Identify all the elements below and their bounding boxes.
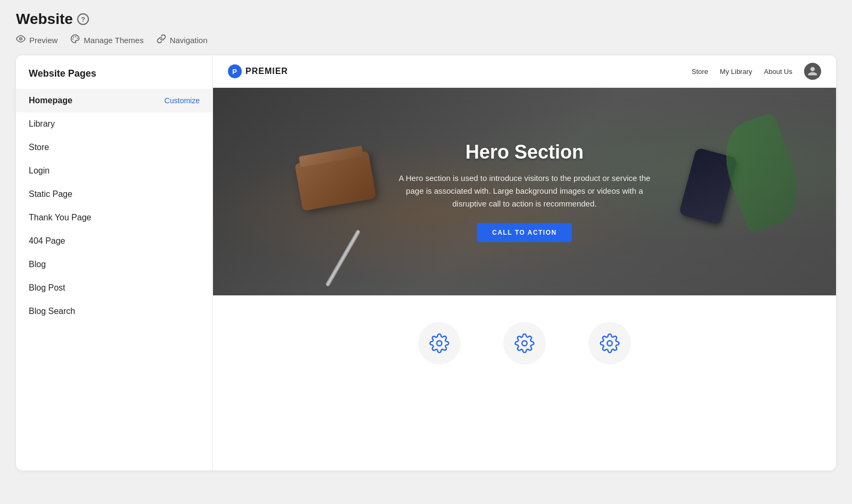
page-header: Website ? Preview Manage Themes (16, 11, 836, 46)
svg-point-0 (20, 38, 22, 40)
svg-point-3 (73, 37, 74, 37)
site-header: P PREMIER Store My Library About Us (213, 55, 836, 88)
link-icon (157, 34, 166, 46)
customize-link[interactable]: Customize (165, 96, 200, 105)
logo-text: PREMIER (245, 67, 288, 76)
sidebar-item-homepage[interactable]: Homepage Customize (16, 89, 212, 112)
logo-icon: P (228, 64, 242, 78)
avatar[interactable] (804, 63, 821, 80)
nav-about-us[interactable]: About Us (764, 68, 792, 76)
site-nav: Store My Library About Us (692, 63, 821, 80)
svg-point-7 (607, 341, 612, 346)
help-icon[interactable]: ? (77, 13, 89, 25)
sidebar-item-login[interactable]: Login (16, 159, 212, 183)
hero-section: Hero Section A Hero section is used to i… (213, 88, 836, 295)
blog-post-label: Blog Post (29, 283, 65, 293)
sidebar-item-thank-you[interactable]: Thank You Page (16, 206, 212, 229)
hero-content: Hero Section A Hero section is used to i… (386, 141, 663, 242)
svg-point-5 (437, 341, 442, 346)
svg-point-4 (73, 39, 73, 39)
gear-circle-3[interactable] (588, 322, 631, 365)
gear-icon-3 (600, 333, 620, 353)
svg-point-1 (76, 37, 76, 37)
svg-point-2 (77, 38, 78, 39)
sidebar-item-blog-post[interactable]: Blog Post (16, 276, 212, 300)
sidebar-item-static-page[interactable]: Static Page (16, 183, 212, 206)
gear-icon-1 (429, 333, 449, 353)
page-list: Homepage Customize Library Store Login S… (16, 89, 212, 323)
eye-icon (16, 34, 26, 46)
404-label: 404 Page (29, 236, 65, 246)
gear-circle-1[interactable] (418, 322, 461, 365)
store-label: Store (29, 143, 49, 152)
page-title: Website (16, 11, 73, 28)
login-label: Login (29, 166, 50, 176)
tab-preview-label: Preview (29, 36, 58, 45)
blog-label: Blog (29, 260, 46, 269)
tab-preview[interactable]: Preview (16, 34, 58, 46)
hero-cta-button[interactable]: CALL TO ACTION (477, 223, 571, 242)
sidebar-item-blog-search[interactable]: Blog Search (16, 300, 212, 323)
preview-area: P PREMIER Store My Library About Us (213, 55, 836, 470)
svg-point-6 (522, 341, 527, 346)
sidebar-item-blog[interactable]: Blog (16, 253, 212, 276)
title-row: Website ? (16, 11, 836, 28)
site-logo: P PREMIER (228, 64, 288, 78)
sidebar-title: Website Pages (16, 68, 212, 89)
sidebar-item-library[interactable]: Library (16, 112, 212, 136)
gear-circle-2[interactable] (503, 322, 546, 365)
sidebar-item-store[interactable]: Store (16, 136, 212, 159)
gear-section (213, 295, 836, 391)
sidebar-item-404[interactable]: 404 Page (16, 229, 212, 253)
nav-store[interactable]: Store (692, 68, 708, 76)
nav-my-library[interactable]: My Library (720, 68, 752, 76)
homepage-label: Homepage (29, 96, 72, 105)
blog-search-label: Blog Search (29, 307, 75, 316)
tab-navigation-label: Navigation (170, 36, 208, 45)
tab-navigation[interactable]: Navigation (157, 34, 208, 46)
hero-title: Hero Section (397, 141, 652, 163)
library-label: Library (29, 119, 55, 129)
main-card: Website Pages Homepage Customize Library… (16, 55, 836, 470)
thank-you-label: Thank You Page (29, 213, 91, 222)
sidebar: Website Pages Homepage Customize Library… (16, 55, 213, 470)
tab-manage-themes[interactable]: Manage Themes (70, 34, 143, 46)
static-page-label: Static Page (29, 189, 72, 199)
hero-description: A Hero section is used to introduce visi… (397, 172, 652, 210)
gear-icon-2 (514, 333, 535, 353)
palette-icon (70, 34, 80, 46)
top-nav: Preview Manage Themes Navigation (16, 34, 836, 46)
tab-manage-themes-label: Manage Themes (84, 36, 143, 45)
